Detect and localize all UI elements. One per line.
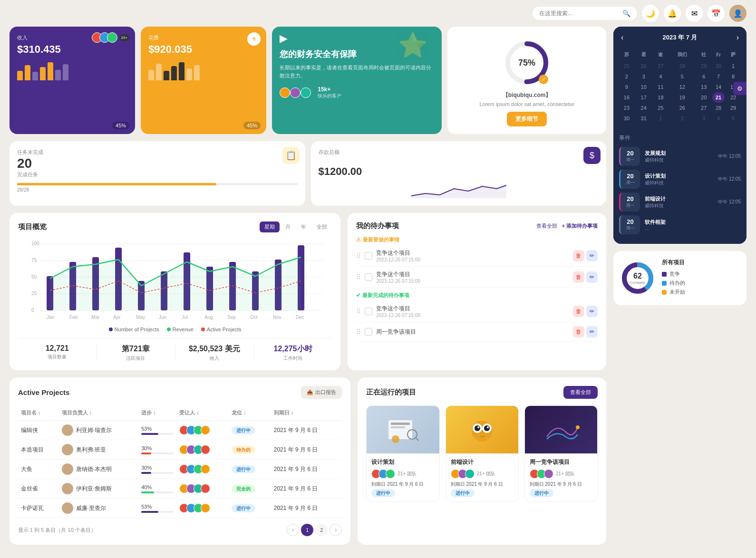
page-prev-button[interactable]: ‹: [287, 524, 299, 536]
moon-icon[interactable]: 🌙: [642, 5, 659, 22]
assignee-avatars-3: [179, 484, 226, 493]
th-due[interactable]: 到期日 ↕: [271, 405, 342, 421]
calendar-settings-button[interactable]: ⚙: [733, 82, 746, 95]
calendar-next-button[interactable]: ›: [737, 33, 739, 42]
task-sublabel: 完成任务: [17, 171, 298, 178]
cal-date-5-6[interactable]: 5: [725, 113, 742, 124]
cal-date-2-3[interactable]: 12: [669, 82, 695, 92]
cal-date-1-0[interactable]: 2: [618, 71, 635, 82]
cal-date-0-0[interactable]: 25: [618, 61, 635, 71]
cal-date-4-2[interactable]: 25: [652, 103, 669, 113]
search-input[interactable]: [539, 10, 619, 17]
right-panel: ‹ 2023 年 7 月 › ⚙ 苏 星 途 我们 社 Fr: [613, 27, 746, 545]
cal-date-5-3[interactable]: 2: [669, 113, 695, 124]
cal-date-3-1[interactable]: 17: [635, 92, 652, 103]
export-button[interactable]: 📤 出口报告: [301, 386, 342, 399]
page-1-button[interactable]: 1: [301, 524, 313, 536]
svg-text:Mar: Mar: [91, 315, 100, 320]
cal-date-2-1[interactable]: 10: [635, 82, 652, 92]
more-details-button[interactable]: 更多细节: [507, 112, 547, 126]
todo-view-all-link[interactable]: 查看全部: [536, 222, 557, 230]
cal-date-0-3[interactable]: 28: [669, 61, 695, 71]
view-all-button[interactable]: 查看全部: [563, 386, 598, 399]
cal-date-2-5[interactable]: 14: [712, 82, 725, 92]
cal-date-0-6[interactable]: 1: [725, 61, 742, 71]
search-bar[interactable]: 🔍: [533, 7, 637, 20]
cal-date-4-6[interactable]: 29: [725, 103, 742, 113]
cal-date-2-4[interactable]: 13: [695, 82, 712, 92]
cal-date-5-0[interactable]: 30: [618, 113, 635, 124]
cal-date-1-5[interactable]: 7: [712, 71, 725, 82]
todo-checkbox-4[interactable]: [365, 328, 372, 336]
cal-date-0-2[interactable]: 27: [652, 61, 669, 71]
page-2-button[interactable]: 2: [315, 524, 328, 536]
calendar-prev-button[interactable]: ‹: [621, 33, 623, 42]
th-owner[interactable]: 项目负责人 ↕: [59, 405, 139, 421]
tab-all[interactable]: 全部: [312, 221, 332, 232]
svg-point-51: [576, 425, 580, 429]
th-assignee[interactable]: 受让人 ↕: [176, 405, 229, 421]
cal-date-2-2[interactable]: 11: [652, 82, 669, 92]
th-progress[interactable]: 进步 ↕: [138, 405, 176, 421]
cal-date-2-0[interactable]: 9: [618, 82, 635, 92]
cal-date-3-3[interactable]: 19: [669, 92, 695, 103]
todo-delete-btn-2[interactable]: 🗑: [573, 271, 584, 283]
todo-checkbox-1[interactable]: [365, 252, 372, 260]
tab-year[interactable]: 年: [296, 221, 311, 232]
tab-month[interactable]: 月: [281, 221, 295, 232]
cal-date-3-2[interactable]: 18: [652, 92, 669, 103]
cal-date-0-4[interactable]: 29: [695, 61, 712, 71]
cal-date-0-5[interactable]: 30: [712, 61, 725, 71]
revenue-percent: 45%: [112, 122, 129, 129]
cal-day-2: 途: [652, 48, 669, 61]
cal-date-1-4[interactable]: 6: [695, 71, 712, 82]
calendar-icon[interactable]: 📅: [708, 5, 725, 22]
bell-icon[interactable]: 🔔: [664, 5, 681, 22]
task-number: 20: [17, 156, 298, 171]
cal-date-5-5[interactable]: 4: [712, 113, 725, 124]
page-next-button[interactable]: ›: [330, 524, 342, 536]
cal-date-4-0[interactable]: 23: [618, 103, 635, 113]
todo-item-2: ⠿ 竞争这个项目 2023-12-26 07:15:00 🗑 ✏: [356, 267, 598, 288]
drag-icon-1: ⠿: [356, 252, 361, 260]
cal-date-1-2[interactable]: 4: [652, 71, 669, 82]
cal-date-4-3[interactable]: 26: [669, 103, 695, 113]
th-status[interactable]: 龙位 ↕: [229, 405, 271, 421]
todo-delete-btn-4[interactable]: 🗑: [573, 326, 584, 337]
cal-date-3-4[interactable]: 20: [695, 92, 712, 103]
cal-date-1-1[interactable]: 3: [635, 71, 652, 82]
sec-av3: [300, 87, 311, 98]
sec-av2: [290, 87, 300, 98]
mail-icon[interactable]: ✉: [686, 5, 703, 22]
cal-date-1-6[interactable]: 8: [725, 71, 742, 82]
th-name[interactable]: 项目名 ↕: [18, 405, 59, 421]
todo-checkbox-2[interactable]: [365, 273, 372, 281]
cal-date-3-0[interactable]: 16: [618, 92, 635, 103]
todo-delete-btn-1[interactable]: 🗑: [573, 250, 584, 261]
task-progress-wrap: [17, 183, 298, 185]
avatar[interactable]: 👤: [729, 5, 746, 22]
stat-label-0: 项目数量: [18, 354, 96, 360]
todo-edit-btn-3[interactable]: ✏: [586, 306, 598, 317]
cal-date-1-3[interactable]: 5: [669, 71, 695, 82]
tab-week[interactable]: 星期: [260, 221, 280, 232]
todo-text-4: 周一竞争该项目: [376, 328, 569, 336]
savings-chart: [319, 182, 599, 198]
cal-date-0-1[interactable]: 26: [635, 61, 652, 71]
cal-date-3-5[interactable]: 21: [712, 92, 725, 103]
legend-text-1: 待办的: [669, 279, 685, 287]
todo-edit-btn-1[interactable]: ✏: [586, 250, 598, 261]
todo-checkbox-3[interactable]: [365, 308, 372, 315]
todo-add-link[interactable]: + 添加待办事项: [562, 222, 598, 230]
cal-date-4-5[interactable]: 28: [712, 103, 725, 113]
todo-delete-btn-3[interactable]: 🗑: [573, 306, 584, 317]
cal-date-4-4[interactable]: 27: [695, 103, 712, 113]
cal-date-5-1[interactable]: 31: [635, 113, 652, 124]
cal-date-4-1[interactable]: 24: [635, 103, 652, 113]
todo-edit-btn-2[interactable]: ✏: [586, 271, 598, 283]
cal-date-5-4[interactable]: 3: [695, 113, 712, 124]
todo-date-1: 2023-12-26 07:15:00: [376, 257, 569, 262]
todo-edit-btn-4[interactable]: ✏: [586, 326, 598, 337]
project-img-frontend: [446, 406, 518, 453]
cal-date-5-2[interactable]: 1: [652, 113, 669, 124]
